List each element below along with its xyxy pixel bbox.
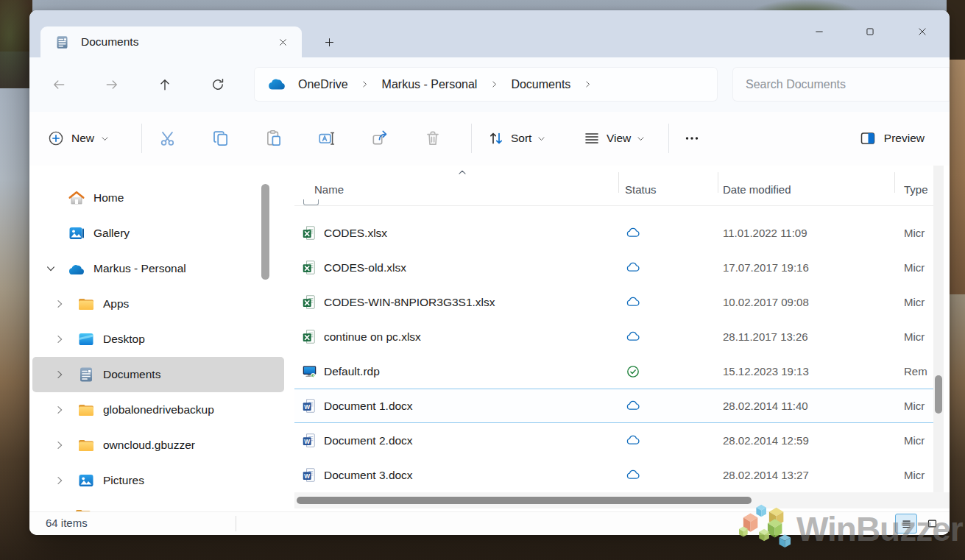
sidebar-item-apps[interactable]: Apps bbox=[32, 286, 284, 322]
share-button[interactable] bbox=[364, 112, 396, 165]
cloud-status-icon bbox=[626, 330, 640, 344]
refresh-button[interactable] bbox=[205, 71, 231, 98]
new-button[interactable]: New bbox=[40, 112, 116, 165]
forward-button[interactable] bbox=[99, 71, 125, 98]
copy-button[interactable] bbox=[205, 112, 237, 165]
date-modified: 28.02.2014 12:59 bbox=[718, 434, 894, 447]
address-bar[interactable]: OneDrive Markus - Personal Documents bbox=[254, 67, 718, 102]
navigation-pane: Home Gallery Markus - Personal Apps bbox=[29, 166, 287, 511]
paste-button[interactable] bbox=[258, 112, 290, 165]
horizontal-scrollbar[interactable] bbox=[294, 492, 950, 508]
file-row-codes-win-xlsx[interactable]: CODES-WIN-8NPIOR3G3S1.xlsx 10.02.2017 09… bbox=[294, 285, 933, 319]
tab-close-button[interactable] bbox=[272, 32, 293, 52]
search-input[interactable] bbox=[732, 78, 950, 91]
sidebar-item-gallery[interactable]: Gallery bbox=[32, 216, 284, 251]
cloud-status-icon bbox=[626, 399, 640, 414]
minimize-button[interactable] bbox=[802, 10, 836, 53]
cloud-status-icon bbox=[626, 295, 640, 310]
sidebar-item-globalonedrivebackup[interactable]: globalonedrivebackup bbox=[32, 392, 284, 428]
ellipsis-icon bbox=[683, 130, 701, 147]
file-row-codes-old-xlsx[interactable]: CODES-old.xlsx 17.07.2017 19:16 Micr bbox=[294, 250, 933, 285]
expand-chevron[interactable] bbox=[54, 369, 65, 380]
date-modified: 28.02.2014 11:40 bbox=[718, 400, 894, 412]
expand-chevron[interactable] bbox=[54, 475, 65, 486]
expand-chevron[interactable] bbox=[54, 440, 65, 450]
column-separator[interactable] bbox=[894, 172, 895, 193]
file-explorer-window: Documents OneDrive Markus - Personal Doc… bbox=[29, 10, 950, 535]
vertical-scrollbar[interactable] bbox=[933, 166, 944, 492]
column-header-date-modified[interactable]: Date modified bbox=[718, 183, 894, 196]
breadcrumb-chevron[interactable] bbox=[358, 78, 372, 91]
date-modified: 11.01.2022 11:09 bbox=[718, 227, 894, 239]
maximize-button[interactable] bbox=[853, 10, 887, 53]
column-header-type[interactable]: Type bbox=[894, 183, 933, 196]
expand-chevron[interactable] bbox=[54, 405, 65, 415]
column-header-name[interactable]: Name bbox=[294, 183, 618, 196]
view-button[interactable]: View bbox=[576, 112, 652, 165]
column-separator[interactable] bbox=[618, 172, 619, 193]
sidebar-item-documents[interactable]: Documents bbox=[32, 357, 284, 392]
file-row-codes-xlsx[interactable]: CODES.xlsx 11.01.2022 11:09 Micr bbox=[294, 216, 933, 250]
sidebar-item-desktop[interactable]: Desktop bbox=[32, 322, 284, 357]
synced-check-icon bbox=[626, 364, 640, 379]
more-options-button[interactable] bbox=[676, 112, 708, 165]
sidebar-item-owncloud-gbuzzer[interactable]: owncloud.gbuzzer bbox=[32, 428, 284, 463]
share-icon bbox=[370, 129, 389, 148]
cloud-status-icon bbox=[626, 433, 640, 448]
breadcrumb-chevron[interactable] bbox=[487, 78, 501, 91]
view-lines-icon bbox=[583, 130, 601, 147]
file-row-continue-on-pc-xlsx[interactable]: continue on pc.xlsx 28.11.2017 13:26 Mic… bbox=[294, 319, 933, 354]
file-row-document-3-docx[interactable]: Document 3.docx 28.02.2014 13:27 Micr bbox=[294, 458, 933, 492]
breadcrumb-chevron[interactable] bbox=[581, 78, 594, 91]
large-icons-view-toggle[interactable] bbox=[921, 514, 943, 534]
horizontal-scrollbar-thumb[interactable] bbox=[297, 497, 752, 504]
file-name: CODES-WIN-8NPIOR3G3S1.xlsx bbox=[324, 296, 495, 309]
details-view-icon bbox=[900, 518, 913, 529]
expand-chevron[interactable] bbox=[46, 263, 56, 274]
wallpaper-vegetation-left bbox=[0, 0, 32, 88]
sidebar-item-pictures[interactable]: Pictures bbox=[32, 463, 284, 498]
chevron-right-icon bbox=[584, 80, 592, 88]
tab-documents[interactable]: Documents bbox=[40, 26, 302, 57]
close-window-button[interactable] bbox=[905, 10, 939, 53]
file-row-default-rdp[interactable]: Default.rdp 15.12.2023 19:13 Rem bbox=[294, 354, 933, 389]
scissors-icon bbox=[158, 129, 177, 148]
plus-icon bbox=[324, 37, 335, 48]
toolbar-divider bbox=[471, 124, 472, 153]
sidebar-item-home[interactable]: Home bbox=[32, 180, 284, 216]
details-view-toggle[interactable] bbox=[895, 514, 917, 534]
large-icons-view-icon bbox=[926, 518, 939, 529]
up-button[interactable] bbox=[152, 71, 178, 98]
close-icon bbox=[917, 26, 927, 37]
column-separator[interactable] bbox=[718, 172, 718, 193]
breadcrumb-markus-personal[interactable]: Markus - Personal bbox=[376, 74, 484, 96]
file-type: Micr bbox=[894, 227, 933, 239]
chevron-right-icon bbox=[54, 440, 65, 450]
expand-chevron[interactable] bbox=[54, 299, 65, 309]
breadcrumb-documents[interactable]: Documents bbox=[505, 74, 576, 96]
vertical-scrollbar-thumb[interactable] bbox=[935, 375, 942, 414]
file-row-document-2-docx[interactable]: Document 2.docx 28.02.2014 12:59 Micr bbox=[294, 423, 933, 458]
preview-button[interactable]: Preview bbox=[853, 112, 930, 165]
new-tab-button[interactable] bbox=[318, 31, 340, 53]
sidebar-item-label: Apps bbox=[103, 297, 129, 311]
chevron-right-icon bbox=[361, 80, 369, 88]
sort-button[interactable]: Sort bbox=[480, 112, 553, 165]
rename-button[interactable] bbox=[311, 112, 343, 165]
file-name: Default.rdp bbox=[324, 365, 380, 378]
gallery-icon bbox=[68, 224, 85, 242]
word-file-icon bbox=[302, 467, 317, 483]
date-modified: 28.11.2017 13:26 bbox=[718, 330, 894, 343]
excel-file-icon bbox=[302, 294, 317, 310]
file-row-document-1-docx[interactable]: Document 1.docx 28.02.2014 11:40 Micr bbox=[294, 389, 933, 423]
sidebar-item-markus-personal[interactable]: Markus - Personal bbox=[32, 251, 284, 286]
preview-button-label: Preview bbox=[884, 132, 925, 145]
sidebar-scrollbar-thumb[interactable] bbox=[261, 184, 269, 280]
back-button[interactable] bbox=[46, 71, 72, 98]
expand-chevron[interactable] bbox=[54, 334, 65, 344]
cut-button[interactable] bbox=[152, 112, 184, 165]
delete-button[interactable] bbox=[417, 112, 449, 165]
file-type: Rem bbox=[894, 365, 933, 378]
breadcrumb-onedrive[interactable]: OneDrive bbox=[292, 74, 354, 96]
column-header-status[interactable]: Status bbox=[618, 183, 718, 196]
